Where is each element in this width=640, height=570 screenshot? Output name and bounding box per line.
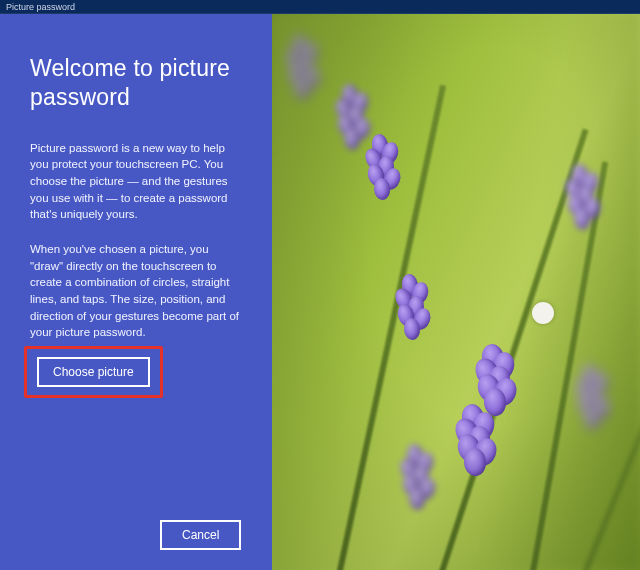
window-body: Welcome to picture password Picture pass… (0, 14, 640, 570)
picture-password-window: Picture password Welcome to picture pass… (0, 0, 640, 570)
page-heading: Welcome to picture password (30, 54, 242, 112)
window-title: Picture password (6, 2, 75, 12)
cancel-button[interactable]: Cancel (160, 520, 241, 550)
gesture-marker[interactable] (532, 302, 554, 324)
choose-picture-button[interactable]: Choose picture (37, 357, 150, 387)
instruction-panel: Welcome to picture password Picture pass… (0, 14, 272, 570)
tutorial-highlight-box: Choose picture (24, 346, 163, 398)
titlebar: Picture password (0, 0, 640, 14)
picture-preview-area[interactable] (272, 14, 640, 570)
intro-paragraph-1: Picture password is a new way to help yo… (30, 140, 242, 223)
intro-paragraph-2: When you've chosen a picture, you "draw"… (30, 241, 242, 341)
